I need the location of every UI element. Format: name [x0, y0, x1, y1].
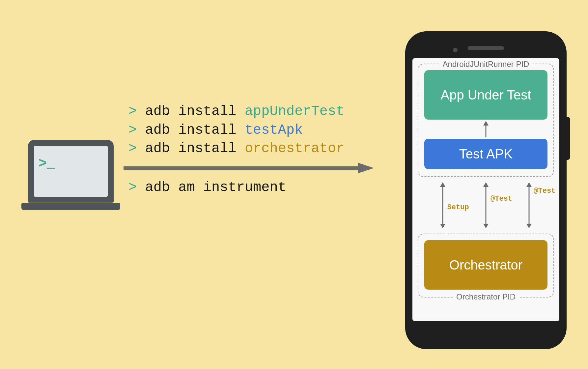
orchestrator-label: Orchestrator [449, 257, 522, 272]
cmd-text: adb install [145, 103, 236, 119]
laptop-screen-bezel: >_ [28, 140, 114, 203]
phone-body: AndroidJUnitRunner PID App Under Test Te… [412, 38, 560, 343]
svg-marker-9 [483, 224, 489, 228]
terminal-command-instrument: > adb am instrument [128, 180, 286, 195]
phone-screen: AndroidJUnitRunner PID App Under Test Te… [412, 58, 559, 321]
orchestrator-box: Orchestrator [424, 240, 547, 290]
orchestrator-pid-label: Orchestrator PID [453, 292, 519, 301]
orchestrator-arrows: Setup @Test @Test [421, 182, 551, 228]
svg-marker-8 [483, 182, 489, 187]
svg-marker-6 [440, 224, 445, 228]
test-label-1: @Test [490, 195, 512, 203]
prompt-symbol: > [128, 141, 137, 156]
svg-marker-1 [358, 163, 374, 173]
flow-arrow-icon [124, 162, 374, 174]
phone-device-icon: AndroidJUnitRunner PID App Under Test Te… [405, 31, 567, 349]
phone-camera-icon [453, 48, 458, 52]
app-under-test-label: App Under Test [441, 87, 531, 102]
svg-marker-12 [526, 224, 532, 228]
svg-marker-11 [526, 182, 532, 187]
prompt-symbol: > [128, 103, 137, 119]
phone-speaker-area [412, 38, 560, 58]
terminal-commands: > adb install appUnderTest > adb install… [128, 102, 344, 158]
setup-label: Setup [447, 203, 469, 212]
test-apk-label: Test APK [459, 146, 513, 161]
test-apk-box: Test APK [424, 139, 547, 169]
cmd-text: adb install [145, 141, 236, 156]
laptop-screen: >_ [34, 146, 108, 197]
phone-chin [412, 321, 560, 343]
test-arrow-1: @Test [482, 182, 490, 228]
cmd-arg-orchestrator: orchestrator [245, 141, 344, 156]
cmd-arg-testapk: testApk [245, 122, 303, 138]
phone-speaker-icon [468, 46, 504, 50]
orchestrator-pid-group: Orchestrator Orchestrator PID [418, 234, 554, 298]
test-arrow-2: @Test [525, 182, 533, 228]
cmd-line-4: > adb am instrument [128, 180, 286, 195]
app-under-test-box: App Under Test [424, 70, 547, 120]
laptop-base [21, 203, 120, 210]
svg-marker-3 [483, 121, 489, 126]
cmd-line-1: > adb install appUnderTest [128, 102, 344, 121]
prompt-symbol: > [128, 180, 137, 195]
ajur-pid-group: AndroidJUnitRunner PID App Under Test Te… [418, 64, 554, 177]
setup-arrow: Setup [439, 182, 447, 228]
cmd-line-2: > adb install testApk [128, 121, 344, 140]
cmd-arg-app: appUnderTest [245, 103, 344, 119]
svg-marker-5 [440, 182, 445, 187]
ajur-pid-label: AndroidJUnitRunner PID [439, 60, 533, 69]
test-label-2: @Test [534, 187, 555, 195]
cmd-text: adb install [145, 122, 236, 138]
cmd-text: adb am instrument [145, 180, 286, 195]
cmd-line-3: > adb install orchestrator [128, 139, 344, 158]
prompt-symbol: > [128, 122, 137, 138]
laptop-icon: >_ [28, 140, 114, 210]
app-test-link-arrow [424, 121, 547, 137]
terminal-prompt-icon: >_ [39, 156, 55, 172]
